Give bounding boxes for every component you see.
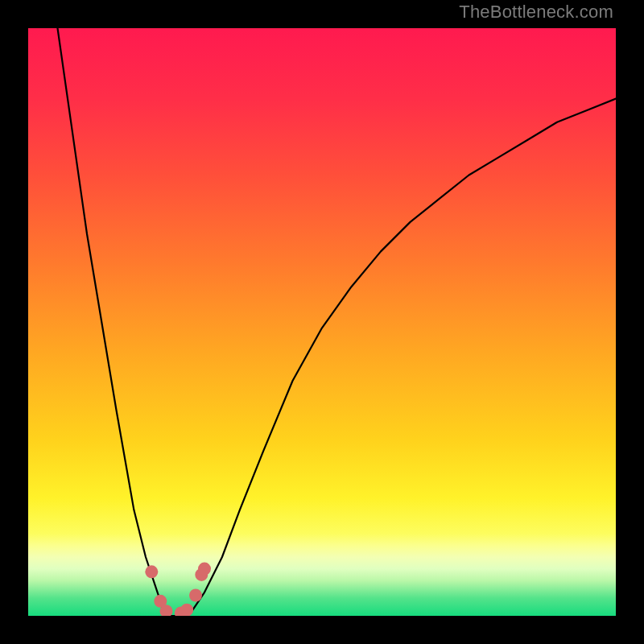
- plot-area: [28, 28, 616, 616]
- outer-frame: TheBottleneck.com: [0, 0, 644, 644]
- data-marker: [145, 565, 158, 578]
- bottleneck-curve: [58, 28, 617, 616]
- data-marker: [198, 563, 211, 576]
- data-marker: [189, 589, 202, 602]
- watermark-text: TheBottleneck.com: [459, 2, 613, 23]
- data-marker: [180, 604, 193, 616]
- data-markers: [145, 563, 211, 616]
- chart-svg: [28, 28, 616, 616]
